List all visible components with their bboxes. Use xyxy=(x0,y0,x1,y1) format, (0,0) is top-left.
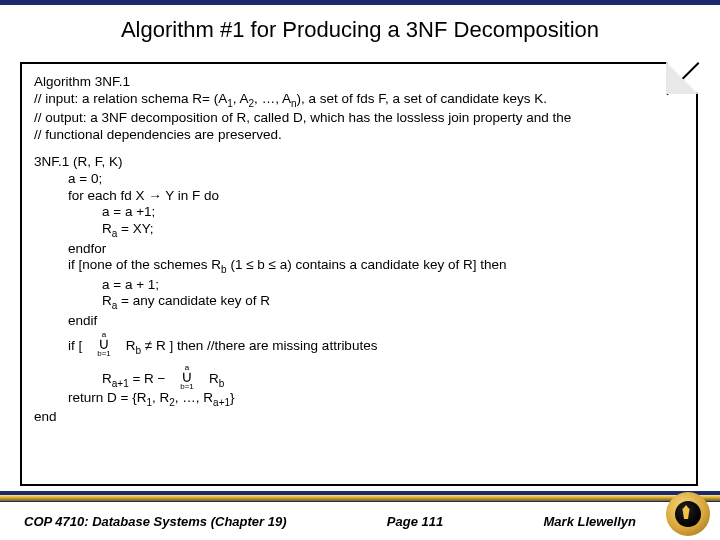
leq-2: ≤ xyxy=(269,257,276,272)
page-fold-corner xyxy=(666,62,698,94)
foreach-post: Y in F do xyxy=(162,188,219,203)
algorithm-content: Algorithm 3NF.1 // input: a relation sch… xyxy=(22,64,696,432)
line-endfor: endfor xyxy=(34,241,684,258)
if2-post: ] then //there are missing attributes xyxy=(170,338,378,353)
footer-text: COP 4710: Database Systems (Chapter 19) … xyxy=(0,506,720,540)
minus-icon: − xyxy=(158,371,166,386)
line-if-missing: if [ a ∪ b=1 Rb ≠ R ] then //there are m… xyxy=(34,330,684,357)
algorithm-body: 3NF.1 (R, F, K) a = 0; for each fd X → Y… xyxy=(34,154,684,426)
ra3: R xyxy=(102,371,112,386)
logo-pegasus-icon xyxy=(675,501,701,527)
sub-ap1: a+1 xyxy=(112,377,129,388)
algorithm-box: Algorithm 3NF.1 // input: a relation sch… xyxy=(20,62,698,486)
line-endif: endif xyxy=(34,313,684,330)
footer: COP 4710: Database Systems (Chapter 19) … xyxy=(0,492,720,540)
if-pre: if [none of the schemes R xyxy=(68,257,221,272)
arrow-icon: → xyxy=(148,188,162,203)
sub-2: 2 xyxy=(249,98,255,109)
eq3: = xyxy=(129,371,144,386)
if2-pre: if [ xyxy=(68,338,86,353)
input-tail: ), a set of fds F, a set of candidate ke… xyxy=(296,91,547,106)
svg-text:b=1: b=1 xyxy=(97,349,111,356)
line-incr: a = a +1; xyxy=(34,204,684,221)
ret-dots: , …, R xyxy=(175,390,213,405)
rb-sub: b xyxy=(136,344,142,355)
union-rb-1: Rb xyxy=(126,338,141,353)
line-ra-key: Ra = any candidate key of R xyxy=(34,293,684,312)
line-if-candidate: if [none of the schemes Rb (1 ≤ b ≤ a) c… xyxy=(34,257,684,276)
neq-icon: ≠ xyxy=(145,338,152,353)
ra: R xyxy=(102,221,112,236)
foreach-pre: for each fd X xyxy=(68,188,148,203)
rb-r: R xyxy=(126,338,136,353)
line-foreach: for each fd X → Y in F do xyxy=(34,188,684,205)
line-a-init: a = 0; xyxy=(34,171,684,188)
eq-xy: = XY; xyxy=(117,221,153,236)
sub-1: 1 xyxy=(227,98,233,109)
ret-r2: , R xyxy=(152,390,169,405)
rb-r2: R xyxy=(209,371,219,386)
slide-title: Algorithm #1 for Producing a 3NF Decompo… xyxy=(0,5,720,53)
algorithm-name: Algorithm 3NF.1 xyxy=(34,74,684,91)
ret-pre: return D = {R xyxy=(68,390,146,405)
footer-center: Page 111 xyxy=(287,514,544,529)
leq-1: ≤ xyxy=(246,257,253,272)
ellipsis: … xyxy=(262,91,276,106)
line-incr2: a = a + 1; xyxy=(34,277,684,294)
eq-key: = any candidate key of R xyxy=(117,293,270,308)
input-line: // input: a relation schema R= (A1, A2, … xyxy=(34,91,684,110)
footer-left: COP 4710: Database Systems (Chapter 19) xyxy=(24,514,287,529)
union-symbol-1: a ∪ b=1 xyxy=(86,330,122,356)
signature: 3NF.1 (R, F, K) xyxy=(34,154,684,171)
svg-text:b=1: b=1 xyxy=(180,382,194,389)
output-line-2: // functional dependencies are preserved… xyxy=(34,127,684,144)
line-return: return D = {R1, R2, …, Ra+1} xyxy=(34,390,684,409)
input-prefix: // input: a relation schema R= (A xyxy=(34,91,227,106)
ret-subap1: a+1 xyxy=(213,397,230,408)
ret-close: } xyxy=(230,390,235,405)
line-end: end xyxy=(34,409,684,426)
paren: (1 xyxy=(227,257,247,272)
line-ra-xy: Ra = XY; xyxy=(34,221,684,240)
if-post: a) contains a candidate key of R] then xyxy=(276,257,506,272)
r-minus: R − xyxy=(144,371,165,386)
union-symbol-2: a ∪ b=1 xyxy=(169,363,205,389)
output-line-1: // output: a 3NF decomposition of R, cal… xyxy=(34,110,684,127)
ra2: R xyxy=(102,293,112,308)
algorithm-header: Algorithm 3NF.1 // input: a relation sch… xyxy=(34,74,684,144)
r-lone: R xyxy=(156,338,170,353)
union-rb-2: Rb xyxy=(209,371,224,386)
slide: Algorithm #1 for Producing a 3NF Decompo… xyxy=(0,0,720,540)
b-mid: b xyxy=(254,257,269,272)
rb-sub2: b xyxy=(219,377,225,388)
line-raplus1: Ra+1 = R − a ∪ b=1 Rb xyxy=(34,363,684,390)
footer-gold-bar xyxy=(0,492,720,502)
ucf-logo xyxy=(666,492,710,536)
